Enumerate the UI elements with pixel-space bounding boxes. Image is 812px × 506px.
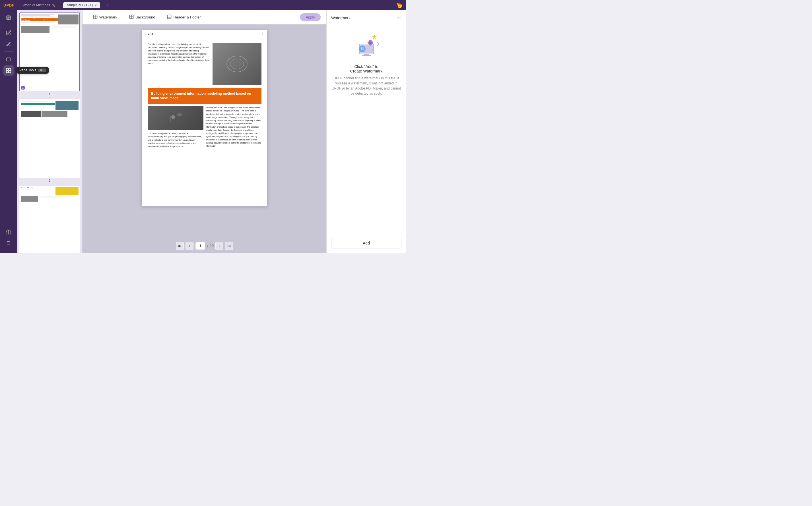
svg-rect-6 <box>9 69 11 71</box>
right-panel: Watermark ☆ <box>326 10 406 253</box>
pdf-page-icons: ▪▲◆ <box>145 32 154 35</box>
center-area: Watermark Background Header & Footer App… <box>82 10 326 253</box>
page-separator: / <box>207 244 208 248</box>
toolbar-bookmark-btn[interactable] <box>3 238 14 248</box>
watermark-label: Watermark <box>99 15 117 19</box>
top-bar: Watermark Background Header & Footer App… <box>82 10 326 24</box>
pencil-icon: ✏️ <box>52 4 55 7</box>
page-thumb-1[interactable]: Building environment information modelin… <box>19 12 80 96</box>
background-icon <box>129 14 134 20</box>
watermark-button[interactable]: Watermark <box>88 12 122 22</box>
page-thumb-3[interactable]: Geometric Philosophy <box>19 186 80 253</box>
tab-label: World of Microbes <box>22 3 50 7</box>
right-panel-header: Watermark ☆ <box>331 15 401 21</box>
tab-close-icon[interactable]: ✕ <box>94 4 97 7</box>
pdf-text-1: Combined with practical cases, the build… <box>148 43 209 65</box>
bottom-navigation: ⏮ ‹ / 10 › ⏭ <box>82 239 326 253</box>
toolbar-gift-btn[interactable] <box>3 227 14 237</box>
panel-title: Watermark <box>331 16 351 20</box>
click-add-description: UPDF cannot find a watermark in this fil… <box>331 76 401 96</box>
header-footer-label: Header & Footer <box>173 15 201 19</box>
apply-button[interactable]: Apply <box>300 13 321 21</box>
title-bar: UPDF World of Microbes ✏️ samplePDF(1)(1… <box>0 0 406 10</box>
svg-point-33 <box>361 48 362 49</box>
background-button[interactable]: Background <box>124 12 160 22</box>
svg-rect-8 <box>9 71 11 73</box>
add-watermark-button[interactable]: Add <box>331 238 401 248</box>
watermark-icon <box>93 14 97 20</box>
next-page-button[interactable]: › <box>215 242 223 250</box>
page-number-input[interactable] <box>195 242 205 250</box>
toolbar-divider-2 <box>4 52 13 52</box>
svg-rect-31 <box>368 41 373 44</box>
toolbar-reader-btn[interactable] <box>3 12 14 23</box>
svg-rect-24 <box>177 113 181 116</box>
main-content: Page Tools ⌘5 <box>0 10 406 253</box>
last-page-button[interactable]: ⏭ <box>225 242 233 250</box>
svg-rect-4 <box>7 58 11 61</box>
svg-rect-27 <box>364 54 369 55</box>
svg-point-34 <box>362 48 364 49</box>
pdf-two-col: Combined with practical cases, low-altit… <box>148 106 262 151</box>
pdf-page: ▪▲◆ 1 Combined with practical cases, the… <box>142 30 267 206</box>
page-tools-tooltip: Page Tools ⌘5 <box>16 67 49 74</box>
page-badge-1: 1 <box>21 86 25 90</box>
svg-rect-28 <box>362 55 371 56</box>
sidebar-thumbnails: Building environment information modelin… <box>17 10 82 253</box>
crown-icon: 👑 <box>397 3 402 8</box>
watermark-illustration <box>352 31 381 60</box>
tab-label-active: samplePDF(1)(1) <box>67 3 93 7</box>
pdf-page-number: 1 <box>262 32 264 36</box>
pdf-orange-box: Building environment information modelin… <box>148 88 262 104</box>
new-tab-button[interactable]: + <box>105 3 109 8</box>
page-number-2: 2 <box>19 179 80 182</box>
svg-rect-7 <box>7 71 8 73</box>
left-toolbar: Page Tools ⌘5 <box>0 10 17 253</box>
toolbar-organize-btn[interactable] <box>3 54 14 64</box>
svg-rect-15 <box>167 15 171 18</box>
click-add-title: Click "Add" toCreate Watermark <box>350 64 383 73</box>
toolbar-edit-btn[interactable] <box>3 39 14 49</box>
star-button[interactable]: ☆ <box>397 15 401 21</box>
toolbar-page-tools-btn[interactable]: Page Tools ⌘5 <box>3 65 14 76</box>
pdf-viewer[interactable]: ▪▲◆ 1 Combined with practical cases, the… <box>82 24 326 239</box>
svg-rect-5 <box>7 69 8 71</box>
svg-marker-29 <box>372 35 377 39</box>
updf-logo: UPDF <box>3 3 14 7</box>
toolbar-divider-1 <box>4 25 13 25</box>
page-number-1: 1 <box>19 92 80 96</box>
header-footer-icon <box>167 14 171 20</box>
first-page-button[interactable]: ⏮ <box>176 242 184 250</box>
page-total: 10 <box>210 244 213 248</box>
background-label: Background <box>135 15 155 19</box>
tab-sample-pdf[interactable]: samplePDF(1)(1) ✕ <box>63 2 100 8</box>
tab-world-of-microbes[interactable]: World of Microbes ✏️ <box>19 2 58 8</box>
prev-page-button[interactable]: ‹ <box>186 242 194 250</box>
svg-point-32 <box>359 46 366 52</box>
page-thumb-2[interactable]: 2 <box>19 99 80 182</box>
toolbar-annotate-btn[interactable] <box>3 27 14 38</box>
header-footer-button[interactable]: Header & Footer <box>162 12 205 22</box>
